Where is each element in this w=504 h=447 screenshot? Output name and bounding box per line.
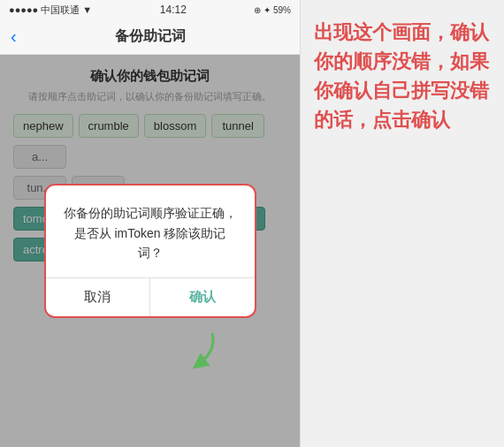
dialog-ok-button[interactable]: 确认 [150, 278, 255, 316]
back-button[interactable]: ‹ [11, 27, 17, 47]
dialog-overlay: 你备份的助记词顺序验证正确，是否从 imToken 移除该助记词？ 取消 确认 [0, 55, 300, 447]
dialog-box: 你备份的助记词顺序验证正确，是否从 imToken 移除该助记词？ 取消 确认 [44, 184, 256, 317]
phone-frame: ●●●●● 中国联通 ▼ 14:12 ⊕ ✦ 59% ‹ 备份助记词 确认你的钱… [0, 0, 301, 447]
status-left: ●●●●● 中国联通 ▼ [9, 4, 92, 17]
status-bar: ●●●●● 中国联通 ▼ 14:12 ⊕ ✦ 59% [0, 0, 300, 19]
dialog-message: 你备份的助记词顺序验证正确，是否从 imToken 移除该助记词？ [64, 203, 237, 262]
status-right: ⊕ ✦ 59% [254, 5, 291, 15]
nav-bar: ‹ 备份助记词 [0, 19, 300, 55]
dialog-buttons: 取消 确认 [46, 277, 255, 316]
arrow-indicator [168, 329, 221, 376]
arrow-icon [168, 329, 221, 373]
dialog-cancel-button[interactable]: 取消 [46, 278, 151, 316]
status-time: 14:12 [160, 4, 187, 16]
annotation-section: 出现这个画面，确认你的顺序没错，如果你确认自己拼写没错的话，点击确认 [301, 0, 504, 447]
phone-content: 确认你的钱包助记词 请按顺序点击助记词，以确认你的备份助记词填写正确。 neph… [0, 55, 300, 447]
annotation-text: 出现这个画面，确认你的顺序没错，如果你确认自己拼写没错的话，点击确认 [314, 18, 491, 134]
nav-title: 备份助记词 [115, 27, 186, 46]
